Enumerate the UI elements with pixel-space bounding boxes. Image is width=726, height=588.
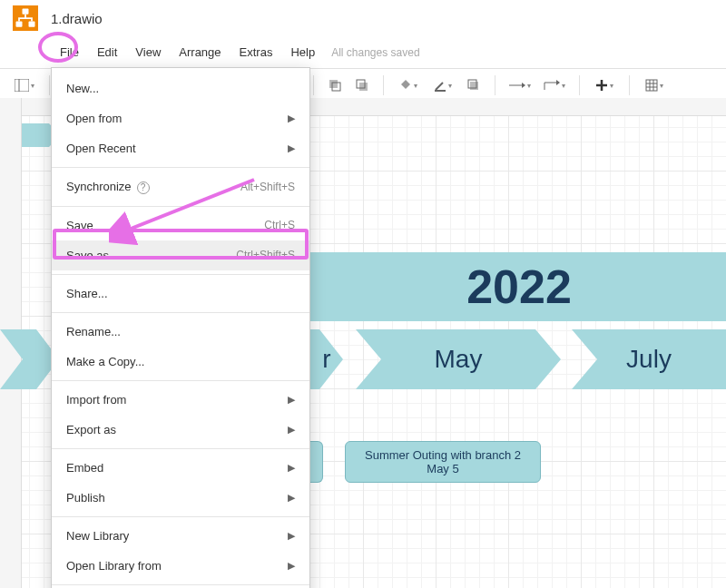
- menu-item-save[interactable]: SaveCtrl+S: [52, 211, 309, 240]
- menu-separator: [52, 206, 309, 207]
- menu-item-make-a-copy[interactable]: Make a Copy...: [52, 347, 309, 377]
- menu-item-label: Embed: [66, 461, 103, 475]
- app-logo-icon: [13, 5, 38, 31]
- diagram-year-box[interactable]: 2022: [310, 252, 726, 321]
- to-front-icon[interactable]: [323, 74, 347, 96]
- menu-arrange[interactable]: Arrange: [170, 40, 230, 64]
- fill-color-icon[interactable]: [393, 74, 424, 96]
- document-title[interactable]: 1.drawio: [51, 11, 103, 26]
- diagram-chevron-july-label: July: [626, 345, 672, 374]
- line-color-icon[interactable]: [427, 74, 458, 96]
- menu-item-new[interactable]: New...: [52, 74, 309, 103]
- submenu-indicator-icon: ▶: [288, 394, 295, 406]
- diagram-year-text: 2022: [466, 260, 572, 314]
- svg-rect-8: [359, 83, 368, 91]
- menu-item-label: Make a Copy...: [66, 355, 144, 368]
- diagram-note-fragment[interactable]: [310, 441, 323, 483]
- menu-item-new-library[interactable]: New Library▶: [52, 521, 309, 551]
- table-icon[interactable]: [639, 74, 670, 96]
- menu-item-rename[interactable]: Rename...: [52, 317, 309, 347]
- menu-item-export-as[interactable]: Export as▶: [52, 415, 309, 445]
- toolbar-separator: [495, 75, 495, 95]
- menu-item-label: Open Recent: [66, 142, 136, 155]
- diagram-note-line1: Summer Outing with branch 2: [365, 448, 521, 462]
- menu-item-label: Publish: [66, 491, 105, 505]
- connection-icon[interactable]: [505, 74, 535, 96]
- save-status: All changes saved: [331, 46, 419, 59]
- diagram-note-line2: May 5: [427, 462, 458, 475]
- submenu-indicator-icon: ▶: [288, 530, 295, 542]
- menu-edit[interactable]: Edit: [88, 40, 126, 64]
- menu-item-publish[interactable]: Publish▶: [52, 483, 309, 513]
- menu-separator: [52, 448, 309, 449]
- help-icon: ?: [137, 181, 150, 194]
- menu-item-shortcut: Ctrl+Shift+S: [236, 249, 295, 261]
- menu-item-label: Open Library from: [66, 559, 162, 573]
- submenu-indicator-icon: ▶: [288, 492, 295, 504]
- toolbar-separator: [313, 75, 314, 95]
- menu-item-import-from[interactable]: Import from▶: [52, 385, 309, 415]
- menu-item-label: Synchronize?: [66, 180, 150, 194]
- toolbar-separator: [383, 75, 384, 95]
- file-dropdown: New...Open from▶Open Recent▶Synchronize?…: [51, 67, 310, 588]
- svg-rect-16: [646, 80, 657, 91]
- submenu-indicator-icon: ▶: [288, 142, 295, 154]
- to-back-icon[interactable]: [350, 74, 374, 96]
- submenu-indicator-icon: ▶: [288, 462, 295, 474]
- menu-extras[interactable]: Extras: [231, 40, 282, 64]
- menu-separator: [52, 274, 309, 275]
- menu-file[interactable]: File: [51, 40, 88, 64]
- menu-item-open-library-from[interactable]: Open Library from▶: [52, 551, 309, 581]
- titlebar: 1.drawio: [0, 0, 726, 36]
- menu-item-label: Rename...: [66, 325, 121, 338]
- toolbar-separator: [49, 75, 50, 95]
- diagram-chevron-july-label-wrap: July: [572, 329, 726, 389]
- diagram-chevron-may-label: May: [435, 345, 483, 374]
- menu-separator: [52, 167, 309, 168]
- menu-item-label: Export as: [66, 423, 116, 436]
- menu-item-label: New...: [66, 82, 99, 95]
- toolbar-separator: [629, 75, 630, 95]
- svg-rect-10: [435, 90, 446, 92]
- menu-item-shortcut: Alt+Shift+S: [240, 181, 295, 193]
- menu-item-synchronize[interactable]: Synchronize?Alt+Shift+S: [52, 172, 309, 202]
- menu-item-open-from[interactable]: Open from▶: [52, 103, 309, 133]
- menu-item-shortcut: Ctrl+S: [264, 219, 295, 231]
- menu-item-label: Save: [66, 219, 93, 232]
- toolbar-separator: [579, 75, 580, 95]
- svg-rect-6: [329, 80, 338, 88]
- waypoint-icon[interactable]: [539, 74, 570, 96]
- submenu-indicator-icon: ▶: [288, 560, 295, 572]
- menu-separator: [52, 380, 309, 381]
- submenu-indicator-icon: ▶: [288, 424, 295, 436]
- menu-separator: [52, 516, 309, 517]
- menu-item-label: Import from: [66, 393, 126, 407]
- insert-icon[interactable]: [589, 74, 620, 96]
- view-mode-button[interactable]: [9, 74, 40, 96]
- svg-rect-2: [16, 22, 23, 27]
- submenu-indicator-icon: ▶: [288, 113, 295, 124]
- menu-item-save-as[interactable]: Save as...Ctrl+Shift+S: [52, 240, 309, 270]
- svg-rect-4: [15, 79, 29, 92]
- menu-item-label: Share...: [66, 287, 108, 300]
- shadow-icon[interactable]: [462, 74, 486, 96]
- menu-separator: [52, 312, 309, 313]
- menu-help[interactable]: Help: [281, 40, 324, 64]
- menubar: File Edit View Arrange Extras Help All c…: [0, 36, 726, 68]
- menu-item-label: Save as...: [66, 249, 119, 262]
- menu-item-label: New Library: [66, 529, 129, 543]
- menu-item-open-recent[interactable]: Open Recent▶: [52, 133, 309, 163]
- menu-item-label: Open from: [66, 112, 122, 125]
- menu-item-embed[interactable]: Embed▶: [52, 453, 309, 483]
- diagram-note-may[interactable]: Summer Outing with branch 2 May 5: [345, 441, 541, 483]
- menu-view[interactable]: View: [126, 40, 170, 64]
- menu-item-share[interactable]: Share...: [52, 279, 309, 309]
- menu-separator: [52, 584, 309, 585]
- svg-rect-1: [23, 9, 29, 15]
- diagram-chevron-1-label-fragment: r: [310, 329, 343, 389]
- svg-rect-11: [470, 82, 478, 90]
- diagram-chevron-may-label-wrap: May: [356, 329, 561, 389]
- svg-rect-3: [29, 22, 35, 27]
